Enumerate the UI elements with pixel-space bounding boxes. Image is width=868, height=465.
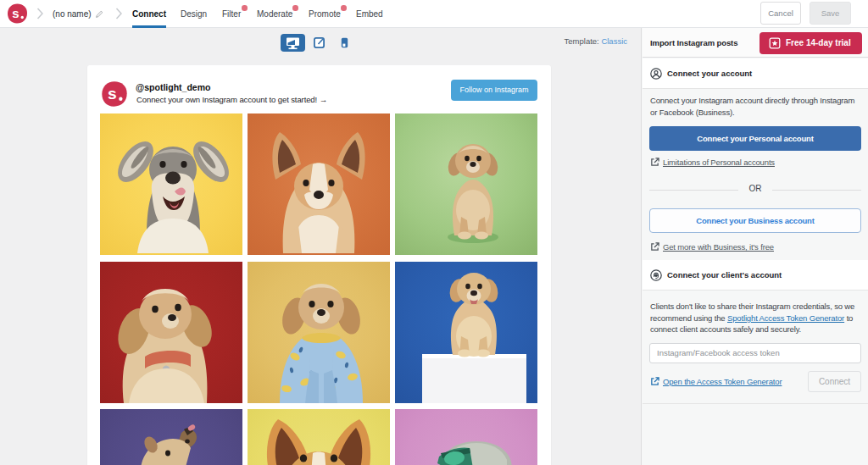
svg-text:s: s: [108, 85, 117, 102]
svg-text:s: s: [12, 6, 19, 20]
